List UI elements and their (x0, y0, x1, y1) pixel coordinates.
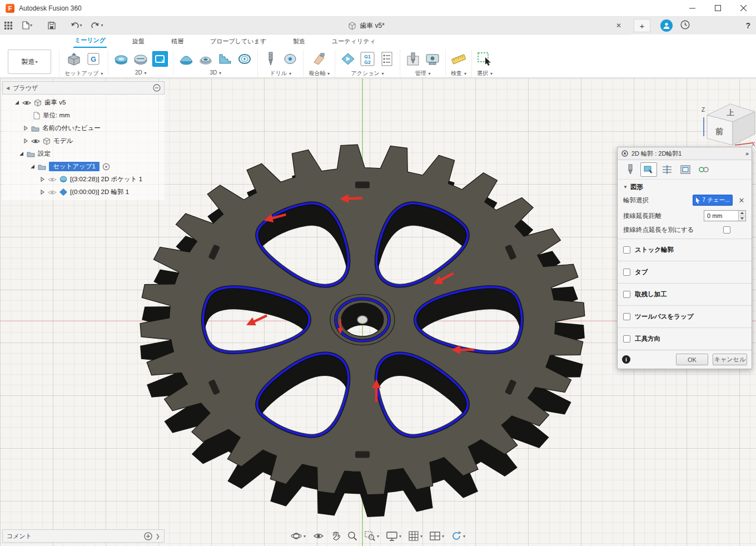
machine-library-button[interactable] (425, 51, 440, 67)
user-avatar-button[interactable] (660, 19, 673, 32)
nc-program-button[interactable]: G (86, 51, 101, 67)
visibility-eye-off-icon[interactable] (48, 176, 57, 183)
3d-adaptive-button[interactable] (178, 51, 194, 67)
grid-snap-button[interactable]: ▾ (409, 531, 422, 541)
expand-comments-icon[interactable]: ❯ (156, 533, 160, 539)
expanded-arrow-icon[interactable] (14, 100, 19, 105)
group-manage-label[interactable]: 管理 (415, 70, 426, 76)
view-cube[interactable]: 上 前 Z X (696, 94, 756, 147)
separate-tangent-checkbox[interactable] (723, 226, 730, 234)
spinner-down-button[interactable] (739, 216, 745, 221)
look-at-button[interactable] (313, 532, 324, 540)
group-multiaxis-label[interactable]: 複合軸 (309, 70, 325, 76)
tree-item-2d-contour[interactable]: [(0:00:00)] 2D 輪郭 1 (2, 186, 165, 198)
collapse-left-icon[interactable]: ◀ (6, 86, 9, 91)
tab-additive[interactable]: 積層 (170, 37, 185, 48)
geometry-section-header[interactable]: ▼ 図形 (618, 180, 752, 192)
document-tab[interactable]: 歯車 v5* ✕ (106, 17, 627, 34)
simulate-button[interactable] (340, 51, 356, 67)
comments-bar[interactable]: コメント ❯ (2, 529, 165, 543)
viewport-canvas[interactable]: ◀ ブラウザ 歯車 v5 単位: mm 名前の付いたビュー (0, 78, 756, 546)
stock-contours-row[interactable]: ストック輪郭 (618, 239, 752, 261)
group-inspect-label[interactable]: 検査 (451, 70, 462, 76)
spinner-up-button[interactable] (739, 211, 745, 216)
3d-spiral-button[interactable] (237, 51, 252, 67)
collapsed-arrow-icon[interactable] (23, 138, 28, 143)
group-select-label[interactable]: 選択 (477, 70, 488, 76)
measure-button[interactable] (451, 51, 466, 67)
tabs-checkbox[interactable] (623, 269, 630, 276)
close-button[interactable] (730, 0, 756, 17)
new-tab-button[interactable]: + (634, 19, 650, 32)
file-menu-button[interactable]: ▾ (17, 18, 38, 33)
rest-machining-row[interactable]: 取残し加工 (618, 283, 752, 305)
drill-button[interactable] (263, 51, 278, 67)
tool-library-button[interactable] (405, 51, 421, 67)
tangential-extension-input[interactable]: 0 mm (704, 210, 746, 221)
redo-button[interactable]: ▾ (87, 18, 108, 33)
visibility-eye-off-icon[interactable] (48, 189, 57, 196)
tree-item-model[interactable]: モデル (2, 135, 165, 147)
tree-item-document-root[interactable]: 歯車 v5 (2, 96, 165, 109)
2d-face-button[interactable] (133, 51, 148, 67)
group-2d-label[interactable]: 2D (135, 70, 142, 76)
tab-tool[interactable] (622, 162, 639, 177)
2d-adaptive-button[interactable] (113, 51, 129, 67)
3d-pocket-button[interactable] (198, 51, 213, 67)
rest-machining-checkbox[interactable] (623, 291, 630, 298)
new-setup-button[interactable] (66, 51, 82, 67)
tab-utilities[interactable]: ユーティリティ (331, 37, 377, 48)
tab-geometry[interactable] (640, 162, 657, 177)
close-tab-button[interactable]: ✕ (614, 21, 624, 31)
zoom-button[interactable] (347, 531, 357, 541)
clear-selection-button[interactable]: ✕ (737, 196, 746, 205)
group-setup-label[interactable]: セットアップ (64, 70, 98, 76)
add-comment-button[interactable] (144, 532, 152, 540)
stock-contours-checkbox[interactable] (623, 246, 630, 254)
3d-contour-button[interactable] (217, 51, 233, 67)
tab-turning[interactable]: 旋盤 (131, 37, 146, 48)
2d-contour-button-active[interactable] (152, 51, 168, 67)
expanded-arrow-icon[interactable] (19, 151, 24, 156)
save-button[interactable] (43, 18, 60, 33)
tree-item-settings[interactable]: 設定 (2, 147, 165, 160)
tab-milling[interactable]: ミーリング (73, 36, 107, 48)
display-settings-button[interactable]: ▾ (386, 532, 401, 541)
collapsed-arrow-icon[interactable] (40, 190, 45, 195)
contour-selection-button[interactable]: 7 チェー... (693, 195, 733, 206)
tab-linking[interactable] (695, 162, 712, 177)
expand-dialog-icon[interactable]: » (745, 150, 748, 157)
collapsed-arrow-icon[interactable] (23, 126, 28, 131)
tab-passes[interactable] (677, 162, 694, 177)
ok-button[interactable]: OK (676, 354, 708, 365)
cancel-button[interactable]: キャンセル (713, 354, 747, 365)
workspace-selector[interactable]: 製造 ▾ (8, 49, 51, 74)
visibility-eye-icon[interactable] (31, 138, 40, 145)
wrap-toolpath-row[interactable]: ツールパスをラップ (618, 305, 752, 327)
tree-item-units[interactable]: 単位: mm (2, 109, 165, 122)
select-button[interactable] (477, 51, 493, 67)
browser-header[interactable]: ◀ ブラウザ (2, 81, 165, 95)
tree-item-2d-pocket[interactable]: [(3:02:28)] 2D ポケット 1 (2, 173, 165, 186)
info-icon[interactable]: i (622, 355, 630, 364)
window-zoom-button[interactable]: ▾ (365, 531, 379, 541)
tab-probing[interactable]: プローブしています (209, 37, 267, 48)
minimize-button[interactable] (679, 0, 705, 17)
viewports-button[interactable]: ▾ (430, 532, 444, 540)
post-process-button[interactable]: G1G2 (360, 51, 375, 67)
group-actions-label[interactable]: アクション (351, 70, 380, 76)
activate-target-icon[interactable] (102, 163, 110, 171)
pan-button[interactable] (331, 531, 340, 541)
tabs-row[interactable]: タブ (618, 261, 752, 283)
setup-sheet-button[interactable] (379, 51, 395, 67)
visibility-eye-icon[interactable] (22, 100, 31, 106)
expanded-arrow-icon[interactable] (30, 164, 35, 169)
tree-item-named-views[interactable]: 名前の付いたビュー (2, 122, 165, 135)
orbit-button[interactable]: ▾ (291, 531, 306, 541)
tool-orientation-checkbox[interactable] (623, 335, 630, 343)
view-cube-graphic[interactable]: 上 前 Z X (696, 94, 756, 147)
bore-button[interactable] (282, 51, 298, 67)
multiaxis-button[interactable] (311, 51, 327, 67)
tab-fabrication[interactable]: 製造 (292, 37, 306, 48)
group-drill-label[interactable]: ドリル (270, 70, 287, 76)
